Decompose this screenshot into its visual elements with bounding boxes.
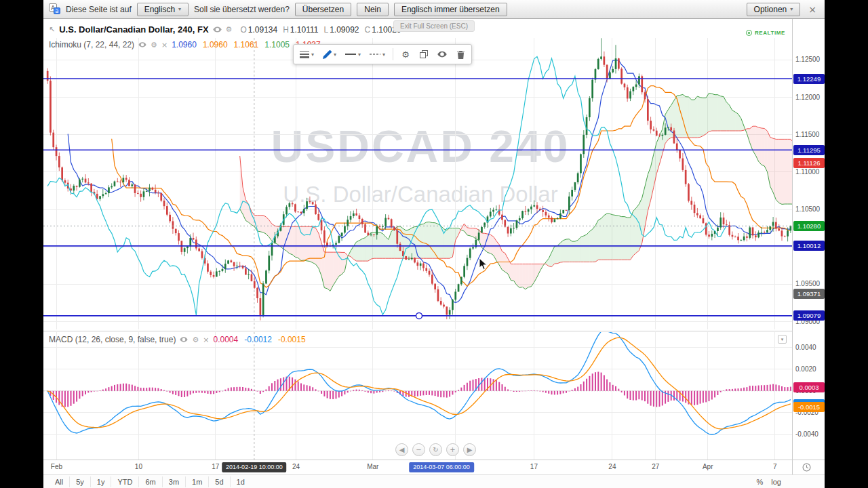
line-width-icon xyxy=(300,50,309,58)
study-value: 1.0960 xyxy=(203,40,228,49)
language-dropdown[interactable]: Englisch ▾ xyxy=(137,3,189,16)
remove-study-icon[interactable]: × xyxy=(161,41,167,49)
line-width-button[interactable]: ▾ xyxy=(296,46,317,62)
zoom-in-button[interactable]: + xyxy=(446,443,459,456)
realtime-icon xyxy=(746,30,752,36)
time-axis-label: 10 xyxy=(135,463,142,470)
ohlc-values: O1.09134 H1.10111 L1.09092 C1.10029 xyxy=(240,25,401,35)
macd-signal-line xyxy=(47,338,791,429)
chevron-down-icon: ▾ xyxy=(358,52,361,58)
macd-pane[interactable] xyxy=(43,332,792,460)
eye-icon[interactable] xyxy=(180,337,188,342)
translate-question: Soll sie übersetzt werden? xyxy=(194,5,290,14)
study-value: 1.0960 xyxy=(172,40,197,49)
price-axis-label: 1.12000 xyxy=(795,94,820,101)
range-button-1m[interactable]: 1m xyxy=(186,476,209,487)
time-badge: 2014-02-19 10:00:00 xyxy=(222,462,287,472)
collapse-pane-icon[interactable]: ▾ xyxy=(778,335,787,344)
candles xyxy=(47,38,791,320)
eye-icon xyxy=(437,51,447,58)
solid-line-icon xyxy=(345,52,356,57)
ichimoku-cloud xyxy=(240,93,792,291)
chevron-down-icon: ▾ xyxy=(311,52,314,58)
translate-bar: A a Diese Seite ist auf Englisch ▾ Soll … xyxy=(43,0,825,19)
gear-icon[interactable]: ⚙ xyxy=(192,336,199,344)
gear-icon[interactable]: ⚙ xyxy=(151,41,157,49)
exit-fullscreen-tooltip: Exit Full Screen (ESC) xyxy=(393,20,475,32)
translate-button[interactable]: Übersetzen xyxy=(295,3,351,16)
chevron-down-icon: ▾ xyxy=(790,6,793,12)
trash-icon xyxy=(457,50,465,59)
chart-header: ↖ U.S. Dollar/Canadian Dollar, 240, FX ⚙… xyxy=(49,24,401,35)
main-chart[interactable] xyxy=(43,38,792,331)
macd-label: MACD (12, 26, close, 9, false, true) xyxy=(49,335,176,344)
visibility-button[interactable] xyxy=(434,46,450,62)
macd-axis-label: 0.0020 xyxy=(795,365,816,373)
range-button-1y[interactable]: 1y xyxy=(91,476,112,487)
open-value: 1.09134 xyxy=(248,25,277,35)
scroll-right-button[interactable]: ▶ xyxy=(463,443,476,456)
line-color-button[interactable]: ▾ xyxy=(319,46,340,62)
study-value: 1.1061 xyxy=(234,40,259,49)
price-badge: 1.10280 xyxy=(793,221,825,231)
zoom-out-button[interactable]: − xyxy=(412,443,425,456)
line-handle[interactable] xyxy=(416,312,422,319)
open-label: O xyxy=(240,25,246,35)
main-grid xyxy=(43,38,792,329)
exit-fullscreen-icon[interactable]: ↖ xyxy=(49,25,55,34)
study-value: -0.0015 xyxy=(278,335,306,344)
high-value: 1.10111 xyxy=(290,25,319,35)
bottom-toolbar: All5y1yYTD6m3m1m5d1d %log xyxy=(43,474,825,488)
price-badge: 1.10012 xyxy=(793,241,825,251)
range-button-All[interactable]: All xyxy=(49,476,70,487)
low-label: L xyxy=(323,25,328,35)
scale-button-log[interactable]: log xyxy=(771,478,781,486)
settings-button[interactable]: ⚙ xyxy=(397,46,414,62)
time-axis-label: 24 xyxy=(292,463,300,470)
delete-button[interactable] xyxy=(452,46,469,62)
price-badge: 1.11126 xyxy=(793,158,825,168)
range-button-YTD[interactable]: YTD xyxy=(111,476,139,487)
no-button[interactable]: Nein xyxy=(357,3,389,16)
scroll-left-button[interactable]: ◀ xyxy=(395,443,408,456)
study-value: 0.0004 xyxy=(214,335,239,344)
range-button-5y[interactable]: 5y xyxy=(70,476,91,487)
pane-separator[interactable] xyxy=(43,331,825,331)
always-translate-button[interactable]: Englisch immer übersetzen xyxy=(394,3,507,16)
translate-message: Diese Seite ist auf xyxy=(66,5,132,14)
price-axis-label: 1.11500 xyxy=(795,131,819,138)
gear-icon[interactable]: ⚙ xyxy=(226,25,233,34)
scale-button-%[interactable]: % xyxy=(757,478,764,486)
range-button-1d[interactable]: 1d xyxy=(231,476,251,487)
low-value: 1.09092 xyxy=(330,25,359,35)
chevron-down-icon: ▾ xyxy=(781,337,784,342)
price-badge: 1.09371 xyxy=(793,289,825,299)
range-button-6m[interactable]: 6m xyxy=(139,476,162,487)
line-extend-button[interactable]: ▾ xyxy=(366,46,389,62)
macd-badge: -0.0015 xyxy=(793,402,825,412)
remove-study-icon[interactable]: × xyxy=(203,336,209,344)
price-axis-label: 1.11000 xyxy=(795,168,819,176)
reset-chart-button[interactable]: ↻ xyxy=(429,443,442,456)
axis-corner xyxy=(792,460,793,475)
time-axis-label: Apr xyxy=(703,463,713,470)
line-style-button[interactable]: ▾ xyxy=(342,46,364,62)
time-axis-label: Mar xyxy=(367,463,378,470)
clone-button[interactable] xyxy=(416,46,432,62)
range-buttons: All5y1yYTD6m3m1m5d1d xyxy=(49,475,251,488)
options-dropdown[interactable]: Optionen ▾ xyxy=(747,3,801,16)
eye-icon[interactable] xyxy=(138,42,146,47)
language-dropdown-label: Englisch xyxy=(144,5,175,14)
chevron-down-icon: ▾ xyxy=(382,52,385,58)
eye-icon[interactable] xyxy=(213,26,222,33)
time-axis[interactable]: Feb101724Mar10172427Apr72014-02-19 10:00… xyxy=(43,460,825,474)
macd-badge: 0.0003 xyxy=(793,382,825,392)
range-button-3m[interactable]: 3m xyxy=(163,476,186,487)
clock-icon[interactable] xyxy=(802,463,811,472)
time-axis-label: 27 xyxy=(652,463,659,470)
price-axis[interactable]: 1.125001.120001.115001.110001.105001.100… xyxy=(792,19,825,460)
close-icon[interactable]: × xyxy=(806,4,819,15)
range-button-5d[interactable]: 5d xyxy=(209,476,230,487)
screen: A a Diese Seite ist auf Englisch ▾ Soll … xyxy=(43,0,825,488)
price-axis-label: 1.12500 xyxy=(795,56,820,63)
